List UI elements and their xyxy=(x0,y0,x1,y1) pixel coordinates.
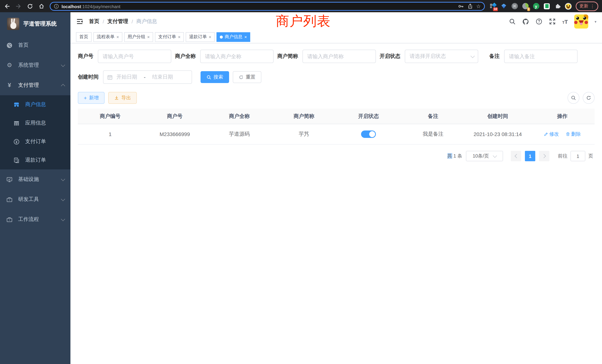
search-button[interactable]: 搜索 xyxy=(201,71,229,83)
close-icon[interactable]: × xyxy=(209,35,211,39)
tab-refund-order[interactable]: 退款订单 × xyxy=(186,32,215,42)
page-content: 商户号 商户全称 商户简称 开启状态 请选择开启状态 xyxy=(70,43,602,161)
active-dot xyxy=(220,35,223,38)
breadcrumb-current: 商户信息 xyxy=(136,18,157,25)
sidebar-item-workflow[interactable]: 工作流程 xyxy=(0,209,70,229)
tab-user-group[interactable]: 用户分组 × xyxy=(124,32,153,42)
goto-label: 前往 xyxy=(558,153,568,159)
close-icon[interactable]: × xyxy=(116,35,119,39)
fullscreen-icon[interactable] xyxy=(549,18,556,25)
breadcrumb-payment[interactable]: 支付管理 xyxy=(108,18,128,25)
github-icon[interactable] xyxy=(522,18,529,25)
cell-full-name: 芋道源码 xyxy=(207,124,272,144)
status-label: 开启状态 xyxy=(380,53,400,60)
page-info-icon[interactable] xyxy=(54,3,59,9)
show-search-button[interactable] xyxy=(568,92,579,104)
share-icon[interactable] xyxy=(467,3,473,10)
col-status: 开启状态 xyxy=(336,109,401,124)
bookmark-star-icon[interactable]: ☆ xyxy=(476,3,481,9)
browser-menu-icon[interactable]: ⋮ xyxy=(590,3,595,9)
grid-icon xyxy=(13,120,20,126)
chevron-down-icon xyxy=(61,197,65,201)
sidebar-item-system[interactable]: ⚙ 系统管理 xyxy=(0,55,70,75)
delete-button[interactable]: 删除 xyxy=(566,131,581,138)
page-size-select[interactable]: 10条/页 xyxy=(466,151,503,161)
chevron-down-icon xyxy=(61,217,65,221)
col-full-name: 商户全称 xyxy=(207,109,272,124)
sidebar-item-merchant-info[interactable]: 商户信息 xyxy=(0,95,70,114)
ext-gem-icon[interactable] xyxy=(500,3,507,10)
sidebar-item-dev-tools[interactable]: 研发工具 xyxy=(0,189,70,209)
sidebar-item-payment[interactable]: ¥ 支付管理 xyxy=(0,75,70,95)
status-select[interactable]: 请选择开启状态 xyxy=(405,50,478,63)
short-name-input[interactable] xyxy=(302,50,376,63)
page-number-1[interactable]: 1 xyxy=(525,151,535,161)
search-icon[interactable] xyxy=(509,18,516,25)
yen-icon: ¥ xyxy=(6,82,13,88)
chevron-down-icon xyxy=(493,154,497,158)
sidebar-item-infrastructure[interactable]: 基础设施 xyxy=(0,169,70,189)
gear-icon: ⚙ xyxy=(6,62,13,68)
ext-pie-icon[interactable]: 1 xyxy=(522,3,529,10)
ext-doc-icon[interactable] xyxy=(543,3,550,10)
prev-page-button[interactable] xyxy=(511,151,521,161)
sidebar-item-pay-order[interactable]: 支付订单 xyxy=(0,132,70,151)
sidebar-item-refund-order[interactable]: 退款订单 xyxy=(0,151,70,169)
browser-profile-avatar[interactable] xyxy=(565,3,572,10)
plus-icon: + xyxy=(84,95,87,101)
password-key-icon[interactable] xyxy=(458,3,464,10)
refresh-button[interactable] xyxy=(583,92,595,104)
remark-input[interactable] xyxy=(504,50,578,63)
briefcase-icon xyxy=(6,216,13,223)
collapse-sidebar-icon[interactable] xyxy=(76,18,83,25)
close-icon[interactable]: × xyxy=(244,35,247,39)
extensions-row: 10 ⌘ 1 y 更新 ⋮ xyxy=(490,1,598,11)
close-icon[interactable]: × xyxy=(147,35,150,39)
pagination: 共 1 条 10条/页 1 前往 页 xyxy=(78,151,595,161)
tab-home[interactable]: 首页 xyxy=(76,32,92,42)
ext-y-icon[interactable]: y xyxy=(533,3,539,10)
full-name-input[interactable] xyxy=(200,50,274,63)
status-toggle[interactable] xyxy=(361,130,376,138)
create-time-range-picker[interactable]: 开始日期 - 结束日期 xyxy=(103,70,192,84)
merchant-no-label: 商户号 xyxy=(78,53,93,60)
home-icon[interactable] xyxy=(38,3,45,10)
tab-pay-order[interactable]: 支付订单 × xyxy=(155,32,184,42)
forward-icon[interactable] xyxy=(15,3,22,10)
breadcrumb-home[interactable]: 首页 xyxy=(89,18,99,25)
extensions-puzzle-icon[interactable] xyxy=(554,3,561,10)
col-remark: 备注 xyxy=(401,109,466,124)
merchant-no-input[interactable] xyxy=(98,50,171,63)
sidebar-item-app-info[interactable]: 应用信息 xyxy=(0,114,70,132)
chevron-down-icon xyxy=(61,177,65,181)
help-icon[interactable] xyxy=(536,18,542,25)
avatar-caret-icon[interactable]: ▾ xyxy=(595,20,596,23)
tab-merchant-info[interactable]: 商户信息 × xyxy=(216,32,250,42)
url-bar[interactable]: localhost:1024/pay/merchant ☆ xyxy=(50,2,485,11)
briefcase-icon xyxy=(6,196,13,203)
cell-merchant-no: M233666999 xyxy=(142,124,207,144)
add-button[interactable]: + 新增 xyxy=(78,92,105,104)
pagination-total: 共 1 条 xyxy=(447,153,462,159)
merchant-table: 商户编号 商户号 商户全称 商户简称 开启状态 备注 创建时间 操作 1 xyxy=(78,109,595,145)
font-size-icon[interactable]: TT xyxy=(562,19,568,24)
reload-icon[interactable] xyxy=(27,3,33,10)
close-icon[interactable]: × xyxy=(178,35,181,39)
edit-button[interactable]: 修改 xyxy=(544,131,559,138)
monitor-check-icon xyxy=(6,176,13,182)
create-time-label: 创建时间 xyxy=(78,74,99,80)
export-button[interactable]: 导出 xyxy=(108,92,137,104)
ext-command-icon[interactable]: ⌘ xyxy=(511,3,518,10)
user-avatar[interactable] xyxy=(574,14,588,29)
goto-page-input[interactable] xyxy=(570,151,585,161)
app-logo-row[interactable]: 芋道管理系统 xyxy=(0,12,70,35)
ext-blocker-icon[interactable]: 10 xyxy=(490,3,496,10)
reset-button[interactable]: 重置 xyxy=(233,71,261,83)
end-date-placeholder: 结束日期 xyxy=(152,74,173,80)
back-icon[interactable] xyxy=(4,3,10,10)
sidebar-item-home[interactable]: 首页 xyxy=(0,35,70,55)
tab-process-form[interactable]: 流程表单 × xyxy=(93,32,122,42)
dashboard-icon xyxy=(6,42,13,48)
next-page-button[interactable] xyxy=(539,151,549,161)
chrome-update-button[interactable]: 更新 ⋮ xyxy=(576,1,598,11)
